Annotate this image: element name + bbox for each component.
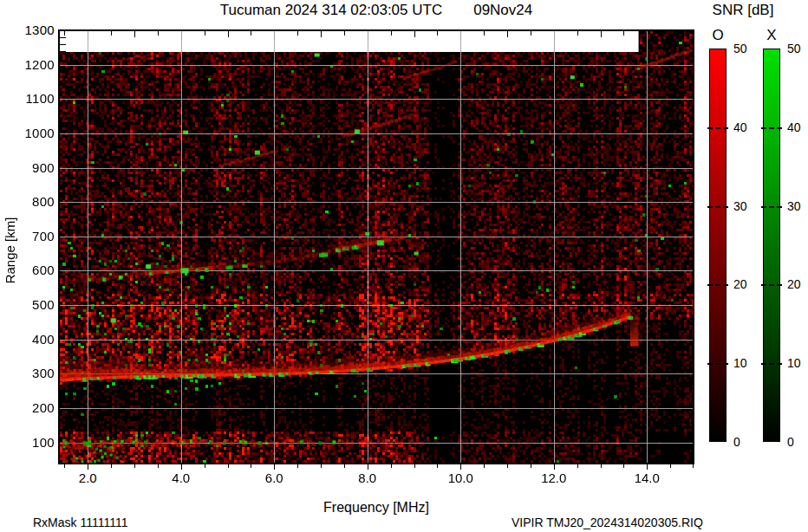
x-axis-title: Frequency [MHz] <box>59 500 694 516</box>
y-tick-label: 1200 <box>11 57 55 73</box>
x-minor-tick <box>693 464 694 468</box>
y-tick-label: 900 <box>11 160 55 176</box>
title-date: 09Nov24 <box>473 2 532 19</box>
colorbar-x-gradient <box>763 49 780 442</box>
x-minor-tick <box>111 464 112 468</box>
colorbar-tick-label: 30 <box>787 199 808 213</box>
colorbar-tick-label: 50 <box>733 42 759 55</box>
colorbar-tick-label: 0 <box>787 435 808 449</box>
y-tick-label: 1000 <box>11 126 55 141</box>
x-minor-tick <box>274 464 275 470</box>
page-title: Tucuman 2024 314 02:03:05 UTC 09Nov24 <box>59 2 694 19</box>
y-tick-label: 800 <box>11 194 55 210</box>
x-minor-tick <box>134 464 135 468</box>
x-minor-tick <box>321 464 322 468</box>
y-tick-label: 200 <box>11 400 55 416</box>
colorbar-tick-label: 10 <box>733 356 759 370</box>
x-tick-label: 14.0 <box>622 470 671 486</box>
colorbar-tick-dash <box>761 363 782 365</box>
colorbar-tick-dash <box>761 127 782 129</box>
title-station-time: Tucuman 2024 314 02:03:05 UTC <box>220 2 442 19</box>
x-minor-tick <box>507 464 508 468</box>
x-minor-tick <box>158 464 159 468</box>
colorbar-o-label: O <box>700 27 735 44</box>
x-minor-tick <box>88 464 88 470</box>
x-minor-tick <box>344 464 345 468</box>
ionogram-page: Tucuman 2024 314 02:03:05 UTC 09Nov24 13… <box>0 0 808 532</box>
colorbar-tick-label: 0 <box>733 435 759 449</box>
y-tick-label: 1100 <box>11 91 55 107</box>
x-minor-tick <box>577 464 578 468</box>
colorbar-tick-label: 20 <box>787 277 808 291</box>
colorbar-tick-label: 50 <box>787 42 808 55</box>
colorbar-tick-dash <box>707 127 728 129</box>
y-tick-label: 300 <box>11 366 55 381</box>
x-minor-tick <box>531 464 531 468</box>
x-minor-tick <box>205 464 205 468</box>
y-tick-label: 700 <box>11 229 55 244</box>
x-minor-tick <box>391 464 392 468</box>
colorbar-tick-dash <box>707 284 728 286</box>
colorbar-tick-label: 40 <box>733 120 759 134</box>
y-tick-label: 500 <box>11 297 55 313</box>
y-tick-label: 1300 <box>11 23 55 38</box>
x-minor-tick <box>647 464 648 470</box>
x-tick-label: 6.0 <box>250 470 298 486</box>
x-minor-tick <box>181 464 182 470</box>
x-minor-tick <box>251 464 251 468</box>
y-tick-label: 400 <box>11 332 55 347</box>
colorbar-tick-label: 40 <box>787 120 808 134</box>
colorbar-x-label: X <box>754 27 789 44</box>
x-tick-label: 4.0 <box>157 470 205 486</box>
colorbar-o-gradient <box>709 49 727 442</box>
source-file-text: VIPIR TMJ20_2024314020305.RIQ <box>512 516 703 529</box>
x-minor-tick <box>368 464 368 470</box>
y-tick-label: 100 <box>11 435 55 451</box>
colorbar-tick-label: 20 <box>733 277 759 291</box>
x-minor-tick <box>554 464 555 470</box>
colorbar-tick-dash <box>707 363 728 365</box>
x-minor-tick <box>670 464 671 468</box>
y-axis-title: Range [km] <box>3 217 17 284</box>
x-minor-tick <box>414 464 415 468</box>
x-minor-tick <box>601 464 602 468</box>
x-tick-label: 12.0 <box>530 470 578 486</box>
colorbar-tick-label: 10 <box>787 356 808 370</box>
x-minor-tick <box>437 464 438 468</box>
colorbar-title: SNR [dB] <box>690 2 796 19</box>
colorbar-tick-dash <box>761 206 782 208</box>
ionogram-plot <box>60 31 694 463</box>
x-minor-tick <box>460 464 461 470</box>
x-tick-label: 10.0 <box>436 470 485 486</box>
colorbar-tick-dash <box>707 206 728 208</box>
x-tick-label: 2.0 <box>63 470 112 486</box>
x-tick-label: 8.0 <box>343 470 392 486</box>
x-minor-tick <box>297 464 298 468</box>
colorbar-tick-label: 30 <box>733 199 759 213</box>
x-minor-tick <box>623 464 624 468</box>
y-tick-label: 600 <box>11 263 55 278</box>
x-minor-tick <box>228 464 229 468</box>
rxmask-text: RxMask 11111111 <box>33 516 127 529</box>
x-minor-tick <box>64 464 65 468</box>
colorbar-tick-dash <box>761 284 782 286</box>
x-minor-tick <box>484 464 485 468</box>
